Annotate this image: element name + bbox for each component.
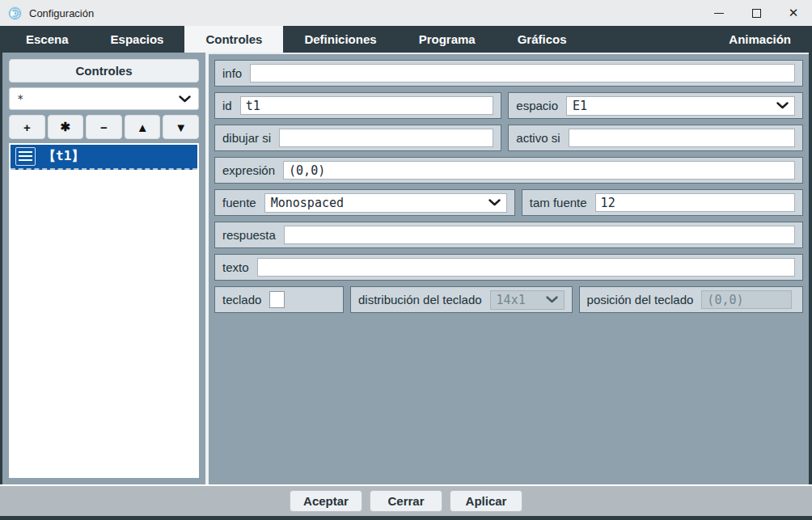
chevron-down-icon [488,199,501,206]
info-label: info [222,66,242,80]
accept-button[interactable]: Aceptar [290,490,362,512]
posicion-teclado-group: posición del teclado [579,286,803,313]
tab-definiciones[interactable]: Definiciones [283,26,397,53]
teclado-label: teclado [222,293,261,307]
maximize-button[interactable] [738,0,775,26]
tam-fuente-label: tam fuente [530,196,587,209]
fuente-label: fuente [222,196,256,209]
controls-filter-select[interactable]: * [9,87,199,110]
close-icon: ✕ [789,6,799,20]
drag-handle-icon [15,147,36,166]
control-properties-panel: info id espacio E1 [209,53,809,484]
window-controls: ✕ [700,0,812,26]
keyboard-row: teclado distribución del teclado 14x1 po… [214,286,803,313]
footer-bar: Aceptar Cerrar Aplicar [0,484,812,516]
content-area: Controles * + ✱ − ▲ ▼ 【t1】 [0,53,812,484]
chevron-down-icon [546,296,558,303]
espacio-group: espacio E1 [508,92,803,119]
filter-selected-value: * [17,92,23,105]
move-up-button[interactable]: ▲ [125,115,161,139]
window-bottom-border [0,516,812,520]
respuesta-row: respuesta [214,222,803,248]
font-row: fuente Monospaced tam fuente [214,189,803,216]
expresion-label: expresión [222,163,275,177]
conditions-row: dibujar si activo si [214,125,803,151]
expresion-row: expresión [214,157,803,184]
cerrar-button[interactable]: Cerrar [370,490,442,512]
activo-si-group: activo si [508,125,803,151]
info-row: info [214,60,803,87]
duplicate-control-button[interactable]: ✱ [48,115,84,139]
activo-si-input[interactable] [569,129,796,147]
id-group: id [214,92,501,119]
espacio-label: espacio [516,99,558,112]
distribucion-teclado-group: distribución del teclado 14x1 [350,286,573,313]
teclado-checkbox[interactable] [269,291,285,308]
espacio-selected-value: E1 [573,99,587,113]
tab-programa[interactable]: Programa [398,26,497,53]
configuration-window: Configuración ✕ Escena Espacios Controle… [0,0,812,520]
texto-row: texto [214,254,803,281]
dibujar-si-input[interactable] [279,129,493,147]
apply-button[interactable]: Aplicar [450,490,522,512]
tab-espacios[interactable]: Espacios [90,26,185,53]
tab-graficos[interactable]: Gráficos [497,26,588,53]
close-button[interactable]: ✕ [775,0,812,26]
controls-header-button[interactable]: Controles [9,59,199,82]
id-espacio-row: id espacio E1 [214,92,803,119]
minimize-icon [714,13,724,14]
minimize-button[interactable] [700,0,738,26]
info-input[interactable] [250,64,795,82]
app-logo-icon [8,6,22,20]
tam-fuente-input[interactable] [595,193,795,212]
distribucion-teclado-select: 14x1 [490,290,565,310]
move-down-button[interactable]: ▼ [163,115,199,139]
respuesta-label: respuesta [222,228,276,242]
teclado-group: teclado [214,286,344,313]
remove-control-button[interactable]: − [86,115,122,139]
posicion-teclado-label: posición del teclado [587,293,694,307]
texto-input[interactable] [257,258,795,277]
tab-animacion[interactable]: Animación [708,26,812,53]
tab-bar: Escena Espacios Controles Definiciones P… [0,26,812,53]
distribucion-selected-value: 14x1 [497,293,526,307]
chevron-down-icon [179,95,191,103]
id-input[interactable] [240,96,494,115]
tab-escena[interactable]: Escena [5,26,90,53]
expresion-input[interactable] [283,161,795,180]
respuesta-input[interactable] [284,226,795,244]
controls-list: 【t1】 [9,143,199,478]
fuente-group: fuente Monospaced [214,189,515,216]
fuente-select[interactable]: Monospaced [264,193,507,213]
espacio-select[interactable]: E1 [566,96,795,116]
texto-label: texto [222,260,249,274]
window-title: Configuración [29,7,94,19]
maximize-icon [752,9,761,18]
distribucion-teclado-label: distribución del teclado [358,293,482,307]
controls-sidebar: Controles * + ✱ − ▲ ▼ 【t1】 [2,53,205,484]
dibujar-si-label: dibujar si [222,131,271,145]
tab-controles[interactable]: Controles [184,26,283,53]
dibujar-si-group: dibujar si [214,125,501,151]
fuente-selected-value: Monospaced [271,196,344,210]
posicion-teclado-input [701,290,792,309]
chevron-down-icon [776,102,789,109]
tam-fuente-group: tam fuente [522,189,803,216]
titlebar: Configuración ✕ [0,0,812,26]
list-item-label: 【t1】 [43,148,84,165]
list-item-t1[interactable]: 【t1】 [11,145,197,170]
id-label: id [222,99,232,112]
activo-si-label: activo si [516,131,560,145]
controls-toolbar: + ✱ − ▲ ▼ [9,115,199,139]
add-control-button[interactable]: + [9,115,45,139]
